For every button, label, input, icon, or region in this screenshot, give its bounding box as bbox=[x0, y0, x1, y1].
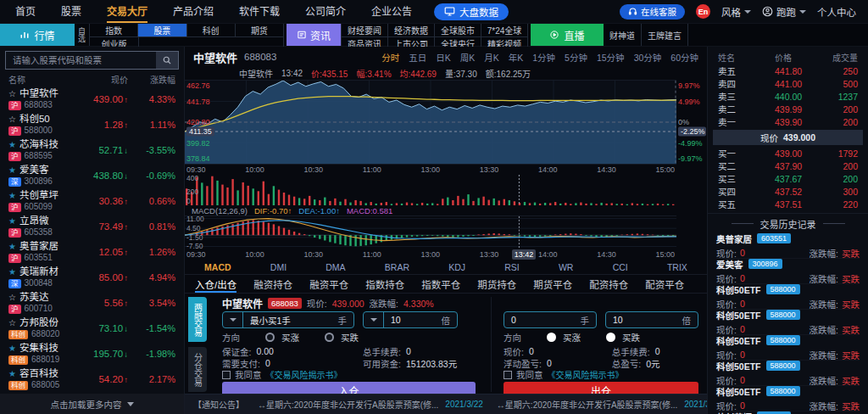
watchlist-row[interactable]: ★ 立昂微 沪 605358 73.49↑ 0.81% bbox=[0, 214, 184, 239]
ask-row[interactable]: 卖三 440.00 1237 bbox=[708, 90, 868, 103]
period-tab[interactable]: 月K bbox=[484, 51, 499, 64]
period-tab[interactable]: 15分钟 bbox=[597, 51, 625, 64]
watchlist-row[interactable]: ★ 共创草坪 沪 605099 30.36↑ 0.66% bbox=[0, 188, 184, 214]
star-icon[interactable]: ☆ bbox=[8, 89, 16, 99]
ask-row[interactable]: 卖四 441.00 500 bbox=[708, 77, 868, 90]
trade-tab[interactable]: 融资持仓 bbox=[253, 275, 292, 293]
period-tab[interactable]: 5分钟 bbox=[565, 51, 587, 64]
star-icon[interactable]: ☆ bbox=[8, 293, 16, 303]
trade-tab[interactable]: 指数持仓 bbox=[365, 275, 404, 293]
history-item[interactable]: 爱美客 300896 现价: 0 涨跌幅: 买跌 bbox=[716, 259, 860, 284]
topnav-item[interactable]: 首页 bbox=[15, 0, 36, 23]
period-tab[interactable]: 五日 bbox=[409, 51, 426, 64]
leverage-select[interactable]: 10 倍 bbox=[363, 311, 458, 328]
chevron-down-icon[interactable] bbox=[223, 312, 243, 327]
period-tab[interactable]: 60分钟 bbox=[670, 51, 698, 64]
history-item[interactable]: 奥普家居 603551 现价: 0 涨跌幅: 买跌 bbox=[716, 233, 860, 259]
news-tab[interactable]: 财经要闻 bbox=[342, 24, 388, 37]
buy-short-radio[interactable] bbox=[606, 333, 615, 342]
period-tab[interactable]: 分时 bbox=[381, 51, 399, 64]
language-badge[interactable]: En bbox=[696, 4, 710, 19]
agree-checkbox[interactable] bbox=[504, 371, 512, 379]
star-icon[interactable]: ★ bbox=[8, 165, 16, 176]
period-tab[interactable]: 30分钟 bbox=[634, 51, 662, 64]
buy-long-radio[interactable] bbox=[547, 333, 556, 342]
star-icon[interactable]: ★ bbox=[8, 267, 16, 277]
indicator-tab[interactable]: BRAR bbox=[385, 262, 409, 272]
history-item[interactable]: 科创50ETF 588000 现价: 0 涨跌幅: 买跌 bbox=[716, 386, 860, 411]
star-icon[interactable]: ☆ bbox=[8, 115, 16, 125]
watchlist-row[interactable]: ☆ 苏美达 沪 600710 5.56↑ 3.54% bbox=[0, 290, 184, 316]
ask-row[interactable]: 卖一 439.90 200 bbox=[708, 115, 868, 128]
trade-tab[interactable]: 指数平仓 bbox=[421, 275, 460, 293]
topnav-item[interactable]: 软件下载 bbox=[239, 0, 280, 23]
ask-row[interactable]: 卖五 441.80 250 bbox=[708, 64, 868, 77]
buy-short-radio[interactable] bbox=[325, 333, 334, 342]
intraday-chart[interactable]: 462.76 441.78 420.80 411.35 399.82 378.8… bbox=[185, 80, 676, 165]
history-item[interactable]: 科创50ETF 588000 现价: 0 涨跌幅: 买跌 bbox=[716, 361, 860, 386]
market-tab[interactable]: 股票 bbox=[138, 24, 186, 37]
news-tab[interactable]: 7*24全球 bbox=[481, 24, 528, 37]
indicator-tab[interactable]: WR bbox=[559, 262, 574, 272]
bid-row[interactable]: 买二 437.90 200 bbox=[708, 159, 868, 172]
search-input[interactable] bbox=[6, 52, 156, 69]
bid-row[interactable]: 买三 437.67 200 bbox=[708, 172, 868, 185]
quotes-button[interactable]: 行情 bbox=[0, 24, 75, 46]
trade-tab[interactable]: 入仓/出仓 bbox=[195, 275, 236, 293]
close-leverage-input[interactable]: 10 倍 bbox=[605, 311, 698, 328]
watchlist-row[interactable]: ★ 美瑞新材 深 300848 85.00↑ 4.94% bbox=[0, 265, 184, 290]
star-icon[interactable]: ☆ bbox=[8, 318, 16, 328]
trade-tab[interactable]: 融资平仓 bbox=[309, 275, 348, 293]
history-item[interactable]: 科创50ETF 588000 现价: 0 涨跌幅: 买跌 bbox=[716, 284, 860, 310]
risk-agreement-link[interactable]: 《交易风险揭示书》 bbox=[266, 368, 342, 381]
macd-pane[interactable]: 11.00 4.50 -1.50 -7.50 bbox=[185, 215, 676, 249]
watchlist-row[interactable]: ★ 芯海科技 沪 688595 52.71↓ -3.55% bbox=[0, 137, 184, 163]
search-icon[interactable] bbox=[156, 52, 178, 69]
live-button[interactable]: 直播 bbox=[531, 24, 604, 46]
market-tab[interactable]: 期货 bbox=[236, 24, 284, 37]
user-menu[interactable]: 跑跑 bbox=[762, 5, 806, 19]
star-icon[interactable]: ★ bbox=[8, 344, 16, 354]
bid-row[interactable]: 买一 439.00 1792 bbox=[708, 147, 868, 159]
load-more-button[interactable]: 点击加载更多内容 bbox=[0, 394, 184, 414]
market-tab[interactable]: 科创 bbox=[187, 24, 236, 37]
news-button[interactable]: 资讯 bbox=[287, 24, 341, 46]
news-tab[interactable]: 全球股市 bbox=[435, 24, 481, 37]
market-tab[interactable]: 指数 bbox=[90, 24, 138, 37]
indicator-tab[interactable]: MACD bbox=[204, 262, 231, 272]
watchlist-row[interactable]: ★ 容百科技 科创 688005 54.20↑ 2.17% bbox=[0, 366, 184, 392]
indicator-tab[interactable]: DMI bbox=[270, 262, 287, 272]
trade-tab[interactable]: 配资平仓 bbox=[645, 275, 684, 293]
indicator-tab[interactable]: TRIX bbox=[667, 262, 687, 272]
watchlist-row[interactable]: ★ 安集科技 科创 688019 195.70↓ -1.98% bbox=[0, 341, 184, 366]
indicator-tab[interactable]: CCI bbox=[613, 262, 628, 272]
trade-tab[interactable]: 期货平仓 bbox=[533, 275, 572, 293]
trade-tab[interactable]: 期货持仓 bbox=[477, 275, 516, 293]
history-item[interactable]: 科创50ETF 588000 现价: 0 涨跌幅: 买跌 bbox=[716, 310, 860, 335]
buy-long-radio[interactable] bbox=[265, 333, 275, 342]
news-tab[interactable]: 经济数据 bbox=[388, 24, 435, 37]
topnav-item[interactable]: 交易大厅 bbox=[107, 0, 147, 23]
style-menu[interactable]: 风格 bbox=[721, 5, 751, 19]
star-icon[interactable]: ★ bbox=[8, 216, 16, 227]
bid-row[interactable]: 买五 437.51 220 bbox=[708, 198, 868, 210]
market-data-button[interactable]: 大盘数据 bbox=[434, 3, 509, 20]
period-tab[interactable]: 1分钟 bbox=[532, 51, 555, 64]
chevron-down-icon[interactable] bbox=[364, 312, 384, 327]
watchlist-row[interactable]: ★ 奥普家居 沪 603551 12.05↑ 1.26% bbox=[0, 239, 184, 265]
trade-tab[interactable]: 配资持仓 bbox=[589, 275, 628, 293]
extra-tab[interactable]: 财神道 bbox=[604, 24, 642, 46]
star-icon[interactable]: ★ bbox=[8, 191, 16, 201]
watchlist-row[interactable]: ☆ 方邦股份 科创 688020 73.10↓ -1.54% bbox=[0, 316, 184, 341]
self-select-tab[interactable]: 自选 bbox=[75, 24, 89, 46]
topnav-item[interactable]: 公司简介 bbox=[305, 0, 346, 23]
watchlist-row[interactable]: ☆ 中望软件 沪 688083 439.00↑ 4.33% bbox=[0, 87, 184, 112]
period-tab[interactable]: 周K bbox=[460, 51, 476, 64]
volume-pane[interactable]: 400 200 0 bbox=[185, 175, 676, 205]
watchlist-row[interactable]: ★ 爱美客 深 300896 438.80↓ -0.69% bbox=[0, 163, 184, 188]
indicator-tab[interactable]: DMA bbox=[326, 262, 345, 272]
ticker-item[interactable]: ↔星期六:2020年度非公开发行A股股票预案(修...2021/3/22 bbox=[258, 398, 483, 411]
star-icon[interactable]: ★ bbox=[8, 140, 16, 150]
watchlist-row[interactable]: ☆ 科创50 沪 588000 1.28↑ 1.11% bbox=[0, 112, 184, 137]
personal-center-link[interactable]: 个人中心 bbox=[817, 5, 856, 19]
